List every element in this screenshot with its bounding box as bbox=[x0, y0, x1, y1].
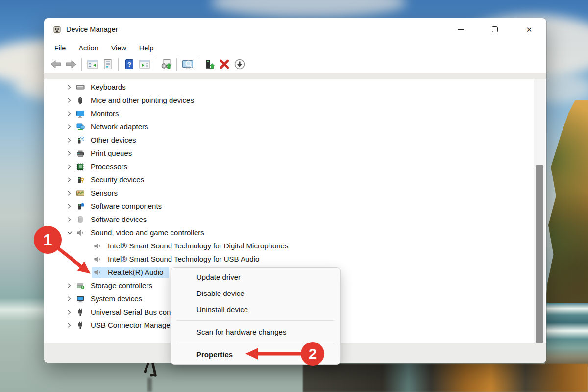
chevron-right-icon[interactable] bbox=[67, 176, 74, 183]
menu-bar: File Action View Help bbox=[44, 41, 546, 55]
chevron-right-icon[interactable] bbox=[67, 203, 74, 210]
usb-icon bbox=[76, 308, 85, 317]
tree-item-processors[interactable]: Processors bbox=[44, 160, 532, 173]
menu-file[interactable]: File bbox=[48, 43, 72, 53]
software-component-icon bbox=[76, 202, 85, 211]
toolbar-separator bbox=[118, 58, 119, 71]
unknown-device-icon: ? bbox=[76, 136, 85, 145]
console-tree-icon bbox=[87, 58, 98, 70]
tree-item-sensors[interactable]: Sensors bbox=[44, 186, 532, 199]
tree-item-label: Sound, video and game controllers bbox=[91, 228, 204, 237]
tree-item-monitors[interactable]: Monitors bbox=[44, 107, 532, 120]
chevron-right-icon[interactable] bbox=[67, 322, 74, 329]
chevron-right-icon[interactable] bbox=[67, 84, 74, 91]
menu-item-scan-for-hardware-changes[interactable]: Scan for hardware changes bbox=[171, 324, 340, 340]
tree-item-label: Security devices bbox=[91, 175, 144, 184]
svg-text:?: ? bbox=[81, 137, 83, 140]
tree-item-label: System devices bbox=[91, 294, 142, 303]
network-adapter-icon bbox=[76, 122, 85, 131]
update-driver-doc-icon bbox=[160, 58, 172, 70]
forward-arrow-icon bbox=[65, 58, 77, 70]
wet-sand-reflection bbox=[303, 364, 588, 392]
cliff-rock bbox=[545, 100, 588, 308]
forward-button[interactable] bbox=[63, 57, 78, 71]
speaker-icon bbox=[93, 268, 102, 277]
tree-item-label: Keyboards bbox=[91, 83, 126, 91]
tree-item-label: Software components bbox=[91, 202, 162, 210]
title-bar[interactable]: Device Manager ✕ bbox=[44, 18, 546, 41]
update-device-button[interactable] bbox=[201, 57, 217, 71]
update-driver-button[interactable] bbox=[158, 57, 173, 71]
uninstall-device-button[interactable] bbox=[217, 57, 232, 71]
maximize-button[interactable] bbox=[478, 18, 512, 41]
chevron-down-icon[interactable] bbox=[67, 229, 74, 236]
tree-item-other-devices[interactable]: ?Other devices bbox=[44, 133, 532, 147]
show-action-pane-button[interactable] bbox=[137, 57, 152, 71]
scrollbar-thumb[interactable] bbox=[536, 165, 543, 343]
minimize-button[interactable] bbox=[443, 18, 478, 41]
chevron-right-icon[interactable] bbox=[67, 163, 74, 170]
sea-waves bbox=[545, 303, 588, 367]
maximize-icon bbox=[492, 26, 498, 32]
tree-item-intel-smart-sound-technology-for-digital-microphones[interactable]: Intel® Smart Sound Technology for Digita… bbox=[44, 239, 532, 252]
tree-item-intel-smart-sound-technology-for-usb-audio[interactable]: Intel® Smart Sound Technology for USB Au… bbox=[44, 252, 532, 266]
tree-item-label: Storage controllers bbox=[91, 281, 152, 290]
chevron-right-icon[interactable] bbox=[67, 216, 74, 223]
toolbar-separator bbox=[81, 58, 82, 71]
action-pane-icon bbox=[139, 58, 150, 70]
tree-item-mice-and-other-pointing-devices[interactable]: Mice and other pointing devices bbox=[44, 94, 532, 107]
scan-hardware-button[interactable] bbox=[180, 57, 195, 71]
tree-item-print-queues[interactable]: Print queues bbox=[44, 147, 532, 160]
chevron-right-icon[interactable] bbox=[67, 97, 74, 104]
menu-view[interactable]: View bbox=[105, 43, 133, 53]
tree-item-label: Processors bbox=[91, 162, 127, 171]
menu-item-uninstall-device[interactable]: Uninstall device bbox=[171, 301, 340, 318]
chevron-right-icon[interactable] bbox=[67, 190, 74, 196]
tree-item-label: Intel® Smart Sound Technology for USB Au… bbox=[108, 255, 259, 263]
show-console-tree-button[interactable] bbox=[85, 57, 100, 71]
tree-item-keyboards[interactable]: Keyboards bbox=[44, 80, 532, 94]
disable-device-button[interactable] bbox=[232, 57, 247, 71]
chevron-right-icon[interactable] bbox=[67, 123, 74, 130]
speaker-icon bbox=[76, 228, 85, 237]
monitor-icon bbox=[76, 109, 85, 118]
chevron-right-icon[interactable] bbox=[67, 282, 74, 289]
tree-item-security-devices[interactable]: Security devices bbox=[44, 173, 532, 186]
tree-item-label: USB Connector Managers bbox=[91, 321, 176, 329]
menu-item-update-driver[interactable]: Update driver bbox=[171, 269, 340, 285]
close-button[interactable]: ✕ bbox=[512, 18, 546, 41]
security-device-icon bbox=[76, 175, 85, 184]
scan-hardware-icon bbox=[182, 58, 194, 70]
chevron-right-icon[interactable] bbox=[67, 295, 74, 302]
menu-help[interactable]: Help bbox=[133, 43, 160, 53]
toolbar-divider bbox=[44, 73, 546, 79]
toolbar-separator bbox=[155, 58, 155, 71]
tree-item-software-components[interactable]: Software components bbox=[44, 199, 532, 213]
menu-item-disable-device[interactable]: Disable device bbox=[171, 285, 340, 301]
sensor-icon bbox=[76, 189, 85, 197]
back-button[interactable] bbox=[48, 57, 63, 71]
toolbar: ? bbox=[44, 55, 546, 73]
tree-item-label: Sensors bbox=[91, 189, 118, 197]
mouse-icon bbox=[76, 96, 85, 105]
tree-item-software-devices[interactable]: Software devices bbox=[44, 213, 532, 226]
printer-icon bbox=[76, 149, 85, 158]
speaker-icon bbox=[93, 242, 102, 250]
properties-button[interactable] bbox=[100, 57, 115, 71]
svg-text:?: ? bbox=[127, 61, 131, 68]
chevron-right-icon[interactable] bbox=[67, 309, 74, 316]
step-1-badge: 1 bbox=[34, 226, 62, 254]
toolbar-separator bbox=[198, 58, 198, 71]
tree-item-network-adapters[interactable]: Network adapters bbox=[44, 120, 532, 133]
speaker-icon bbox=[93, 255, 102, 264]
chevron-right-icon[interactable] bbox=[67, 150, 74, 157]
tree-item-sound-video-and-game-controllers[interactable]: Sound, video and game controllers bbox=[44, 226, 532, 239]
help-button[interactable]: ? bbox=[122, 57, 137, 71]
tree-item-label: Other devices bbox=[91, 136, 136, 144]
chevron-right-icon[interactable] bbox=[67, 137, 74, 144]
menu-action[interactable]: Action bbox=[72, 43, 104, 53]
chevron-right-icon[interactable] bbox=[67, 110, 74, 117]
close-icon: ✕ bbox=[526, 26, 533, 33]
vertical-scrollbar[interactable] bbox=[534, 79, 545, 343]
device-manager-icon bbox=[53, 25, 61, 34]
